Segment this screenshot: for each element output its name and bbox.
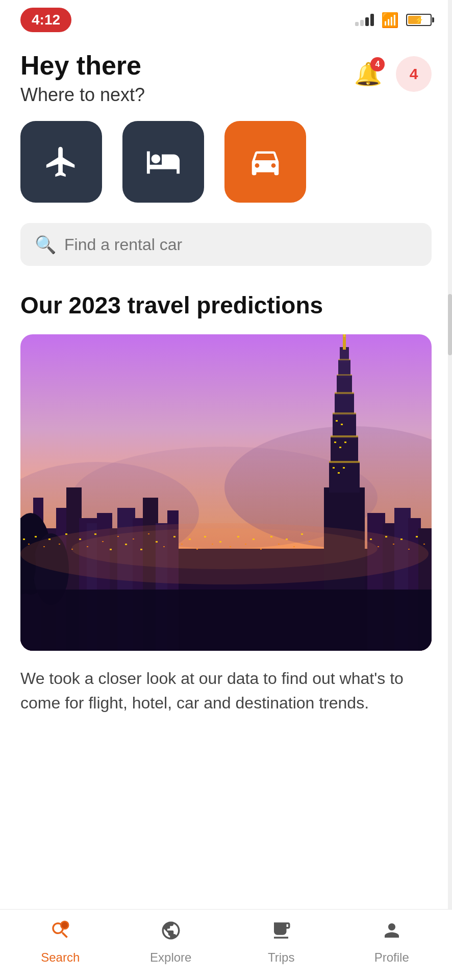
greeting-title: Hey there [20, 51, 350, 80]
nav-item-explore[interactable]: Explore [145, 920, 196, 965]
svg-rect-23 [329, 462, 360, 493]
search-nav-icon [49, 920, 71, 946]
svg-rect-84 [334, 442, 336, 443]
svg-rect-33 [331, 435, 358, 437]
svg-rect-85 [339, 447, 341, 448]
battery-icon: ⚡ [406, 14, 432, 26]
car-icon [247, 144, 283, 180]
profile-nav-icon [381, 920, 403, 946]
search-nav-label: Search [41, 950, 80, 965]
explore-nav-icon [160, 920, 182, 946]
profile-nav-label: Profile [374, 950, 409, 965]
svg-rect-81 [333, 467, 335, 469]
svg-rect-86 [344, 442, 346, 443]
svg-rect-25 [333, 413, 356, 439]
header-actions: 🔔 4 4 [350, 56, 432, 92]
prediction-image[interactable] [20, 334, 432, 651]
greeting-section: Hey there Where to next? [20, 51, 350, 106]
flights-button[interactable] [20, 121, 102, 203]
cars-button[interactable] [224, 121, 306, 203]
greeting-subtitle: Where to next? [20, 84, 350, 106]
svg-rect-88 [341, 424, 343, 425]
svg-point-99 [71, 528, 378, 569]
svg-rect-97 [20, 590, 432, 651]
signal-icon [355, 14, 374, 26]
trips-nav-icon [270, 920, 292, 946]
wifi-icon: 📶 [381, 12, 399, 29]
svg-rect-43 [23, 538, 25, 540]
svg-rect-36 [337, 374, 352, 376]
travel-predictions-section: Our 2023 travel predictions [20, 291, 432, 736]
header-row: Hey there Where to next? 🔔 4 4 [20, 51, 432, 106]
svg-rect-24 [331, 436, 358, 464]
search-icon: 🔍 [35, 234, 56, 255]
svg-point-101 [62, 922, 68, 928]
nav-item-trips[interactable]: Trips [256, 920, 307, 965]
search-bar[interactable]: 🔍 [20, 223, 432, 266]
status-bar: 4:12 📶 ⚡ [0, 0, 452, 36]
svg-rect-34 [333, 412, 356, 414]
nav-item-profile[interactable]: Profile [366, 920, 417, 965]
bottom-nav: Search Explore Trips Profile [0, 909, 452, 980]
svg-rect-35 [335, 392, 354, 394]
explore-nav-label: Explore [150, 950, 191, 965]
svg-rect-87 [336, 420, 338, 422]
svg-rect-95 [416, 536, 418, 537]
search-input[interactable] [64, 235, 417, 254]
svg-rect-44 [28, 544, 30, 545]
svg-rect-32 [329, 461, 360, 463]
trips-nav-label: Trips [268, 950, 294, 965]
city-skyline-image [20, 334, 432, 651]
scroll-thumb[interactable] [448, 294, 452, 355]
avatar-button[interactable]: 4 [396, 56, 432, 92]
category-buttons [20, 121, 432, 203]
bed-icon [145, 144, 181, 180]
status-time: 4:12 [20, 8, 71, 32]
svg-rect-45 [35, 536, 37, 537]
scroll-track[interactable] [448, 0, 452, 980]
notification-badge: 4 [370, 57, 385, 71]
status-icons: 📶 ⚡ [355, 12, 432, 29]
section-title: Our 2023 travel predictions [20, 291, 432, 319]
plane-icon [43, 144, 79, 180]
svg-rect-82 [338, 472, 340, 474]
main-content: Hey there Where to next? 🔔 4 4 [0, 36, 452, 736]
svg-rect-83 [343, 467, 345, 469]
prediction-description: We took a closer look at our data to fin… [20, 666, 432, 736]
svg-rect-31 [343, 334, 345, 337]
svg-rect-37 [338, 359, 350, 360]
hotels-button[interactable] [122, 121, 204, 203]
notification-button[interactable]: 🔔 4 [350, 56, 386, 92]
svg-rect-96 [423, 544, 425, 545]
nav-item-search[interactable]: Search [35, 920, 86, 965]
